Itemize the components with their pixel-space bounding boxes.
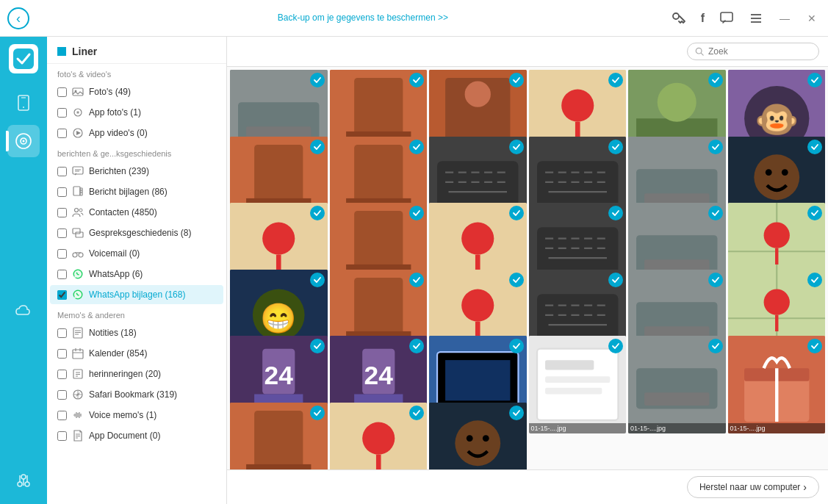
restore-button[interactable]: Herstel naar uw computer › [687, 476, 819, 498]
svg-rect-45 [73, 350, 83, 359]
check-icon [708, 140, 723, 154]
title-bar-left: ‹ [7, 7, 59, 29]
back-button[interactable]: ‹ [7, 7, 29, 29]
tree-item-conversations[interactable]: Gespreksgeschiedenis (8) [50, 223, 223, 242]
svg-point-12 [21, 475, 26, 479]
content-area: 01-21-....jpg01-2...humb01-21-....jpg01-… [227, 37, 828, 504]
app-videos-label: App video's (0) [89, 128, 148, 138]
tree-item-voice-memos[interactable]: Voice memo's (1) [50, 406, 223, 425]
voice-memos-label: Voice memo's (1) [89, 410, 156, 420]
backup-link[interactable]: Back-up om je gegevens te beschermen >> [278, 12, 448, 24]
nav-music[interactable] [7, 125, 40, 157]
svg-rect-199 [545, 360, 594, 370]
photo-cell[interactable]: 01-15-....jpg [529, 336, 627, 433]
title-bar-right: f — ✕ [667, 7, 821, 29]
user-icon-button[interactable] [667, 7, 689, 29]
minimize-button[interactable]: — [775, 11, 794, 26]
menu-button[interactable] [746, 8, 766, 29]
svg-rect-106 [537, 161, 618, 209]
check-icon [409, 339, 424, 353]
whatsapp-attachments-icon [71, 288, 84, 301]
checkbox-conversations[interactable] [57, 228, 67, 238]
checkbox-photos[interactable] [57, 87, 67, 97]
checkbox-app-photos[interactable] [57, 108, 67, 118]
photo-cell[interactable] [230, 403, 328, 470]
checkbox-whatsapp-attachments[interactable] [57, 290, 67, 300]
checkbox-notes[interactable] [57, 328, 67, 338]
photo-cell[interactable] [429, 403, 527, 470]
checkbox-app-document[interactable] [57, 431, 67, 441]
svg-rect-195 [445, 360, 510, 400]
svg-rect-90 [354, 145, 403, 201]
tree-item-reminders[interactable]: herinneringen (20) [50, 364, 223, 384]
nav-tools[interactable] [7, 464, 40, 497]
photo-label: 01-15-....jpg [728, 423, 826, 433]
svg-point-162 [461, 289, 494, 321]
tree-item-app-document[interactable]: App Document (0) [50, 426, 223, 445]
checkbox-msg-attachments[interactable] [57, 187, 67, 197]
checkbox-contacts[interactable] [57, 208, 67, 217]
check-icon [608, 140, 623, 154]
messages-icon [71, 165, 84, 178]
tree-item-safari[interactable]: Safari Bookmark (319) [50, 385, 223, 404]
check-icon [409, 273, 424, 287]
svg-rect-201 [545, 388, 602, 395]
svg-rect-31 [80, 188, 82, 195]
checkbox-app-videos[interactable] [57, 129, 67, 138]
check-icon [409, 406, 424, 420]
checkbox-reminders[interactable] [57, 370, 67, 379]
tree-item-app-videos[interactable]: App video's (0) [50, 123, 223, 143]
facebook-button[interactable]: f [698, 9, 708, 28]
panel-title: Liner [72, 46, 97, 57]
tree-item-app-photos[interactable]: App foto's (1) [50, 103, 223, 122]
svg-point-76 [465, 81, 491, 107]
nav-phone[interactable] [7, 87, 40, 119]
svg-point-183 [763, 289, 789, 314]
tree-item-messages[interactable]: Berichten (239) [50, 162, 223, 181]
photos-label: Foto's (49) [89, 87, 131, 97]
tree-item-whatsapp-attachments[interactable]: WhatsApp bijlagen (168) [50, 285, 223, 304]
photo-cell[interactable]: 01-15-....jpg [628, 336, 726, 433]
tree-item-photos[interactable]: Foto's (49) [50, 82, 223, 101]
search-box[interactable] [687, 43, 819, 60]
svg-rect-159 [354, 278, 403, 334]
search-icon [695, 46, 704, 57]
tree-item-msg-attachments[interactable]: Bericht bijlagen (86) [50, 182, 223, 201]
svg-rect-28 [73, 187, 80, 195]
tree-item-notes[interactable]: Notities (18) [50, 323, 223, 342]
svg-rect-87 [254, 145, 303, 201]
checkbox-voicemail[interactable] [57, 249, 67, 259]
svg-rect-34 [73, 228, 80, 234]
photo-cell[interactable] [330, 403, 428, 470]
search-input[interactable] [708, 46, 811, 57]
checkbox-messages[interactable] [57, 167, 67, 176]
reminders-label: herinneringen (20) [89, 369, 161, 379]
svg-rect-72 [354, 78, 403, 134]
svg-point-14 [18, 482, 22, 486]
checkbox-safari[interactable] [57, 390, 67, 400]
svg-rect-210 [254, 411, 303, 467]
contacts-icon [71, 206, 84, 219]
tree-item-calendar[interactable]: Kalender (854) [50, 344, 223, 363]
checkbox-voice-memos[interactable] [57, 411, 67, 420]
checkbox-whatsapp[interactable] [57, 270, 67, 279]
photo-cell[interactable]: 01-15-....jpg [728, 336, 826, 433]
tree-item-whatsapp[interactable]: WhatsApp (6) [50, 264, 223, 284]
voicemail-label: Voicemail (0) [89, 248, 140, 259]
contacts-label: Contacten (4850) [89, 207, 157, 217]
close-button[interactable]: ✕ [803, 11, 821, 26]
svg-point-213 [362, 422, 395, 454]
photo-label: 01-15-....jpg [628, 423, 726, 433]
svg-point-7 [23, 107, 24, 108]
chat-button[interactable] [716, 8, 737, 29]
photo-grid: 01-21-....jpg01-2...humb01-21-....jpg01-… [227, 67, 828, 469]
checkbox-calendar[interactable] [57, 349, 67, 359]
check-icon [310, 339, 325, 353]
tree-item-voicemail[interactable]: Voicemail (0) [50, 244, 223, 263]
nav-cloud[interactable] [7, 295, 40, 327]
app-photos-label: App foto's (1) [89, 107, 141, 118]
tree-item-contacts[interactable]: Contacten (4850) [50, 203, 223, 222]
content-toolbar [227, 37, 828, 67]
check-icon [310, 140, 325, 154]
svg-point-123 [765, 169, 771, 176]
